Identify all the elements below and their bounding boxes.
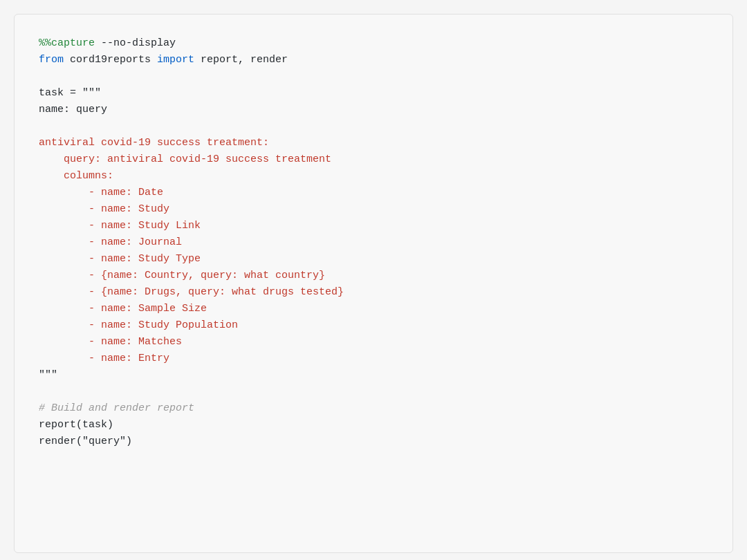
code-line: antiviral covid-19 success treatment: [39, 135, 708, 151]
code-token: query: antiviral covid-19 success treatm… [39, 153, 331, 165]
code-token: - name: Journal [39, 236, 182, 248]
code-line [39, 68, 708, 85]
code-token: report, render [194, 54, 288, 66]
code-line: - name: Sample Size [39, 301, 708, 317]
code-token: - name: Entry [39, 353, 169, 364]
code-token: - {name: Country, query: what country} [39, 270, 325, 281]
code-line: - name: Study Type [39, 251, 708, 268]
code-token: - name: Study [39, 203, 169, 215]
code-line [39, 384, 708, 400]
code-line: - name: Study Link [39, 218, 708, 234]
code-line: columns: [39, 168, 708, 185]
code-line: - name: Entry [39, 351, 708, 367]
code-token: - name: Date [39, 187, 163, 198]
code-token: # Build and render report [39, 402, 194, 414]
code-token: - name: Sample Size [39, 303, 207, 315]
code-line: name: query [39, 102, 708, 118]
code-line: render("query") [39, 433, 708, 450]
code-line: - name: Study [39, 201, 708, 218]
code-token: import [157, 54, 194, 66]
code-token: """ [39, 369, 57, 381]
code-container: %%capture --no-displayfrom cord19reports… [14, 14, 733, 553]
code-line: """ [39, 367, 708, 384]
code-token: - name: Matches [39, 336, 182, 348]
code-line: - name: Study Population [39, 317, 708, 334]
code-line: - {name: Drugs, query: what drugs tested… [39, 284, 708, 301]
code-token: columns: [39, 170, 113, 182]
code-token: - name: Study Type [39, 253, 201, 265]
code-token: from [39, 54, 64, 66]
code-block: %%capture --no-displayfrom cord19reports… [39, 35, 708, 450]
code-line: query: antiviral covid-19 success treatm… [39, 151, 708, 168]
code-token: antiviral covid-19 success treatment: [39, 137, 269, 149]
code-line: - {name: Country, query: what country} [39, 268, 708, 284]
code-line [39, 118, 708, 135]
code-token: - name: Study Link [39, 220, 201, 232]
code-line: report(task) [39, 417, 708, 433]
code-line: # Build and render report [39, 400, 708, 417]
code-token: - name: Study Population [39, 319, 238, 331]
code-line: from cord19reports import report, render [39, 52, 708, 68]
code-token: - {name: Drugs, query: what drugs tested… [39, 286, 344, 298]
code-line: - name: Matches [39, 334, 708, 351]
code-line: - name: Date [39, 185, 708, 201]
code-token: render("query") [39, 436, 132, 447]
code-token: report(task) [39, 419, 113, 431]
code-token: %%capture [39, 37, 95, 49]
code-line: task = """ [39, 85, 708, 102]
code-token: name: query [39, 104, 107, 115]
code-line: - name: Journal [39, 234, 708, 251]
code-token: cord19reports [64, 54, 157, 66]
code-token: --no-display [95, 37, 176, 49]
code-token: task = """ [39, 87, 101, 99]
code-line: %%capture --no-display [39, 35, 708, 52]
